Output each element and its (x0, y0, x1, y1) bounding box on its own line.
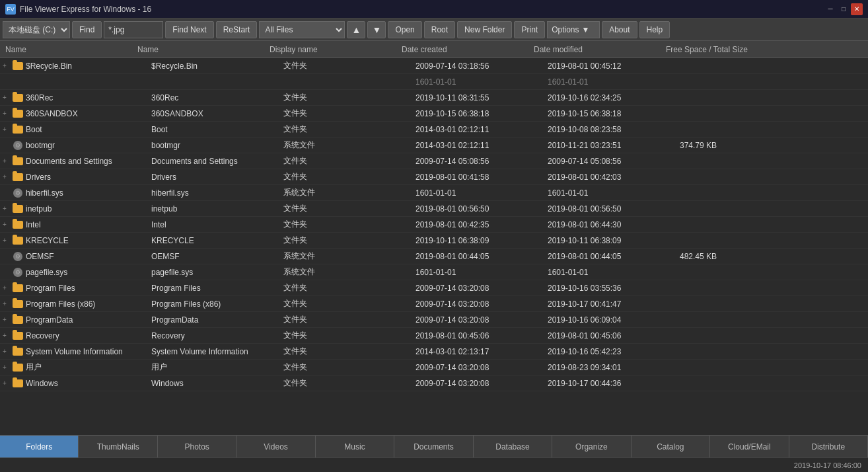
cell-value: 用户 (149, 362, 281, 373)
cell-value: 1601-01-01 (545, 77, 677, 87)
bottom-tab-cloud/email[interactable]: Cloud/EMail (710, 436, 789, 457)
cell-value: Windows (149, 379, 281, 388)
cell-value: Recovery (149, 331, 281, 340)
bottom-tab-photos[interactable]: Photos (158, 436, 236, 457)
folder-icon (13, 237, 23, 245)
table-row[interactable]: ⚙hiberfil.syshiberfil.sys系统文件1601-01-011… (0, 185, 868, 201)
table-row[interactable]: ⚙OEMSFOEMSF系统文件2019-08-01 00:44:052019-0… (0, 249, 868, 264)
cell-value: pagefile.sys (26, 268, 149, 277)
about-button[interactable]: About (602, 21, 637, 38)
minimize-button[interactable]: ─ (824, 3, 836, 15)
all-files-select[interactable]: All Files (259, 21, 345, 38)
folder-icon (13, 94, 23, 102)
cell-value: pagefile.sys (149, 268, 281, 277)
cell-value: 文件夹 (281, 298, 413, 309)
bottom-tab-music[interactable]: Music (316, 436, 394, 457)
bottom-tab-organize[interactable]: Organize (552, 436, 631, 457)
table-row[interactable]: +Program FilesProgram Files文件夹2009-07-14… (0, 280, 868, 296)
cell-value: ProgramData (26, 315, 149, 325)
cell-value: 2009-07-14 05:08:56 (413, 157, 545, 166)
col-header-display: Display name (267, 45, 399, 54)
cell-value: 1601-01-01 (545, 188, 677, 198)
options-dropdown[interactable]: Options ▼ (547, 21, 600, 38)
table-row[interactable]: +Documents and SettingsDocuments and Set… (0, 153, 868, 169)
sys-file-icon: ⚙ (13, 252, 22, 261)
cell-value: 2009-07-14 03:18:56 (413, 61, 545, 71)
restart-button[interactable]: ReStart (216, 21, 258, 38)
bottom-tab-catalog[interactable]: Catalog (632, 436, 710, 457)
table-row[interactable]: +RecoveryRecovery文件夹2019-08-01 00:45:062… (0, 328, 868, 344)
arrow-up-button[interactable]: ▲ (347, 21, 365, 38)
cell-value: 2009-07-14 03:20:08 (413, 299, 545, 309)
help-button[interactable]: Help (639, 21, 670, 38)
arrow-down-button[interactable]: ▼ (367, 21, 386, 38)
bottom-tab-folders[interactable]: Folders (0, 436, 79, 457)
col-header-created: Date created (399, 45, 531, 54)
cell-value: System Volume Information (149, 347, 281, 356)
cell-value: Documents and Settings (149, 157, 281, 166)
close-button[interactable]: ✕ (851, 3, 863, 15)
expand-icon: + (3, 284, 12, 292)
new-folder-button[interactable]: New Folder (457, 21, 512, 38)
cell-value: 2019-10-17 00:44:36 (545, 379, 677, 388)
bottom-tab-thumbnails[interactable]: ThumbNails (79, 436, 157, 457)
drive-select[interactable]: 本地磁盘 (C:) (3, 21, 70, 38)
cell-value: 2019-08-01 00:44:05 (545, 252, 677, 261)
find-button[interactable]: Find (72, 21, 102, 38)
table-row[interactable]: +360Rec360Rec文件夹2019-10-11 08:31:552019-… (0, 90, 868, 106)
bottom-tab-videos[interactable]: Videos (236, 436, 315, 457)
cell-value: $Recycle.Bin (149, 61, 281, 71)
open-button[interactable]: Open (388, 21, 421, 38)
bottom-tab-database[interactable]: Database (474, 436, 552, 457)
find-next-button[interactable]: Find Next (165, 21, 213, 38)
table-row[interactable]: +KRECYCLEKRECYCLE文件夹2019-10-11 06:38:092… (0, 233, 868, 249)
cell-value: Program Files (26, 284, 149, 293)
print-button[interactable]: Print (514, 21, 545, 38)
cell-value: Drivers (149, 173, 281, 182)
expand-icon: + (3, 126, 12, 133)
folder-icon (13, 126, 23, 134)
table-row[interactable]: ⚙pagefile.syspagefile.sys系统文件1601-01-011… (0, 264, 868, 280)
window-title: File Viewer Express for Windows - 16 (20, 5, 151, 14)
cell-value: 2019-10-11 06:38:09 (545, 236, 677, 245)
cell-value: 2010-11-21 03:23:51 (545, 141, 677, 150)
col-header-modified: Date modified (531, 45, 663, 54)
table-row[interactable]: +用户用户文件夹2009-07-14 03:20:082019-08-23 09… (0, 360, 868, 375)
cell-value: 374.79 KB (677, 141, 865, 150)
table-row[interactable]: +IntelIntel文件夹2019-08-01 00:42:352019-08… (0, 217, 868, 233)
table-row[interactable]: 1601-01-011601-01-01 (0, 74, 868, 90)
cell-value: 系统文件 (281, 187, 413, 198)
cell-value: 1601-01-01 (413, 268, 545, 277)
folder-icon (13, 221, 23, 229)
cell-value: 2014-03-01 02:13:17 (413, 347, 545, 356)
folder-icon (13, 364, 23, 372)
folder-icon (13, 379, 23, 387)
bottom-tab-documents[interactable]: Documents (394, 436, 473, 457)
cell-value: 2019-10-15 06:38:18 (413, 109, 545, 118)
cell-value: System Volume Information (26, 347, 149, 356)
table-row[interactable]: +DriversDrivers文件夹2019-08-01 00:41:58201… (0, 169, 868, 185)
cell-value: Program Files (149, 284, 281, 293)
table-row[interactable]: +360SANDBOX360SANDBOX文件夹2019-10-15 06:38… (0, 106, 868, 122)
bottom-tab-distribute[interactable]: Distribute (789, 436, 868, 457)
table-row[interactable]: +Program Files (x86)Program Files (x86)文… (0, 296, 868, 312)
folder-icon (13, 348, 23, 356)
table-row[interactable]: +WindowsWindows文件夹2009-07-14 03:20:08201… (0, 375, 868, 391)
search-input[interactable] (104, 21, 163, 38)
table-row[interactable]: +$Recycle.Bin$Recycle.Bin文件夹2009-07-14 0… (0, 58, 868, 74)
table-row[interactable]: +System Volume InformationSystem Volume … (0, 344, 868, 360)
maximize-button[interactable]: □ (838, 3, 850, 15)
status-datetime: 2019-10-17 08:46:00 (794, 461, 861, 469)
table-row[interactable]: +BootBoot文件夹2014-03-01 02:12:112019-10-0… (0, 122, 868, 138)
table-row[interactable]: +inetpubinetpub文件夹2019-08-01 00:56:50201… (0, 201, 868, 217)
table-row[interactable]: +ProgramDataProgramData文件夹2009-07-14 03:… (0, 312, 868, 328)
cell-value: 文件夹 (281, 92, 413, 103)
cell-value: bootmgr (149, 141, 281, 150)
cell-value: 文件夹 (281, 235, 413, 246)
expand-icon: + (3, 379, 12, 387)
expand-icon: + (3, 62, 12, 69)
cell-value: inetpub (26, 204, 149, 214)
root-button[interactable]: Root (424, 21, 455, 38)
table-row[interactable]: ⚙bootmgrbootmgr系统文件2014-03-01 02:12:1120… (0, 138, 868, 153)
cell-value: 2019-10-08 08:23:58 (545, 125, 677, 134)
